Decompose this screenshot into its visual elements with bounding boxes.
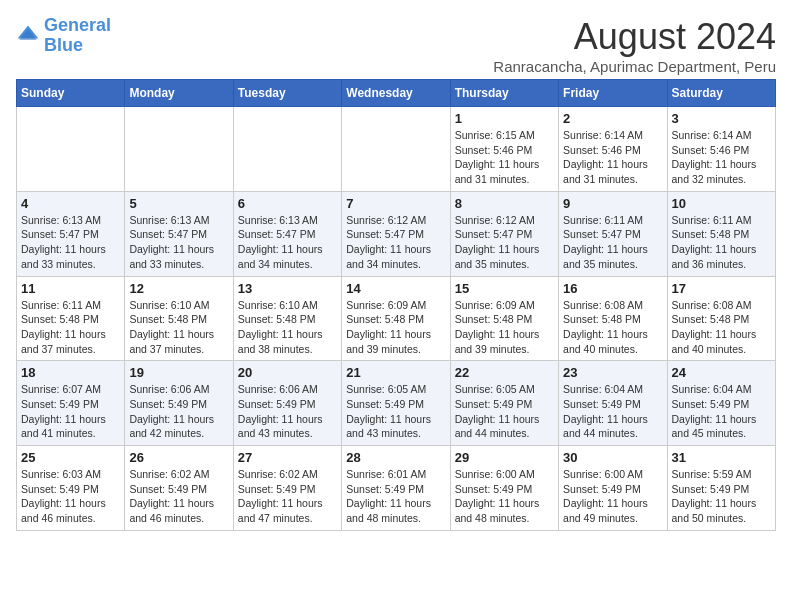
calendar-week-row: 18Sunrise: 6:07 AMSunset: 5:49 PMDayligh…	[17, 361, 776, 446]
day-info: Sunrise: 6:06 AMSunset: 5:49 PMDaylight:…	[129, 382, 228, 441]
calendar-cell: 6Sunrise: 6:13 AMSunset: 5:47 PMDaylight…	[233, 191, 341, 276]
day-number: 11	[21, 281, 120, 296]
calendar-cell: 27Sunrise: 6:02 AMSunset: 5:49 PMDayligh…	[233, 446, 341, 531]
day-info: Sunrise: 6:12 AMSunset: 5:47 PMDaylight:…	[455, 213, 554, 272]
calendar-cell: 1Sunrise: 6:15 AMSunset: 5:46 PMDaylight…	[450, 107, 558, 192]
header: General Blue August 2024 Ranracancha, Ap…	[16, 16, 776, 75]
day-number: 23	[563, 365, 662, 380]
calendar-cell: 8Sunrise: 6:12 AMSunset: 5:47 PMDaylight…	[450, 191, 558, 276]
calendar-cell: 7Sunrise: 6:12 AMSunset: 5:47 PMDaylight…	[342, 191, 450, 276]
day-info: Sunrise: 5:59 AMSunset: 5:49 PMDaylight:…	[672, 467, 771, 526]
day-info: Sunrise: 6:12 AMSunset: 5:47 PMDaylight:…	[346, 213, 445, 272]
calendar-week-row: 4Sunrise: 6:13 AMSunset: 5:47 PMDaylight…	[17, 191, 776, 276]
day-info: Sunrise: 6:11 AMSunset: 5:48 PMDaylight:…	[672, 213, 771, 272]
calendar-cell: 30Sunrise: 6:00 AMSunset: 5:49 PMDayligh…	[559, 446, 667, 531]
title-area: August 2024 Ranracancha, Apurimac Depart…	[493, 16, 776, 75]
day-number: 17	[672, 281, 771, 296]
day-number: 8	[455, 196, 554, 211]
day-info: Sunrise: 6:11 AMSunset: 5:47 PMDaylight:…	[563, 213, 662, 272]
day-number: 3	[672, 111, 771, 126]
calendar-cell: 11Sunrise: 6:11 AMSunset: 5:48 PMDayligh…	[17, 276, 125, 361]
day-number: 2	[563, 111, 662, 126]
day-info: Sunrise: 6:14 AMSunset: 5:46 PMDaylight:…	[672, 128, 771, 187]
calendar-cell: 9Sunrise: 6:11 AMSunset: 5:47 PMDaylight…	[559, 191, 667, 276]
weekday-header: Tuesday	[233, 80, 341, 107]
calendar-cell: 5Sunrise: 6:13 AMSunset: 5:47 PMDaylight…	[125, 191, 233, 276]
day-number: 6	[238, 196, 337, 211]
weekday-header: Friday	[559, 80, 667, 107]
day-info: Sunrise: 6:13 AMSunset: 5:47 PMDaylight:…	[129, 213, 228, 272]
calendar-cell: 2Sunrise: 6:14 AMSunset: 5:46 PMDaylight…	[559, 107, 667, 192]
day-info: Sunrise: 6:05 AMSunset: 5:49 PMDaylight:…	[346, 382, 445, 441]
calendar-cell: 16Sunrise: 6:08 AMSunset: 5:48 PMDayligh…	[559, 276, 667, 361]
day-number: 7	[346, 196, 445, 211]
calendar-cell	[17, 107, 125, 192]
day-info: Sunrise: 6:05 AMSunset: 5:49 PMDaylight:…	[455, 382, 554, 441]
weekday-header: Saturday	[667, 80, 775, 107]
calendar-cell: 13Sunrise: 6:10 AMSunset: 5:48 PMDayligh…	[233, 276, 341, 361]
day-number: 16	[563, 281, 662, 296]
day-number: 1	[455, 111, 554, 126]
day-info: Sunrise: 6:01 AMSunset: 5:49 PMDaylight:…	[346, 467, 445, 526]
weekday-header-row: SundayMondayTuesdayWednesdayThursdayFrid…	[17, 80, 776, 107]
day-info: Sunrise: 6:09 AMSunset: 5:48 PMDaylight:…	[455, 298, 554, 357]
day-info: Sunrise: 6:00 AMSunset: 5:49 PMDaylight:…	[455, 467, 554, 526]
logo-blue: Blue	[44, 36, 111, 56]
calendar-cell: 24Sunrise: 6:04 AMSunset: 5:49 PMDayligh…	[667, 361, 775, 446]
day-info: Sunrise: 6:11 AMSunset: 5:48 PMDaylight:…	[21, 298, 120, 357]
day-info: Sunrise: 6:03 AMSunset: 5:49 PMDaylight:…	[21, 467, 120, 526]
logo-text: General Blue	[44, 16, 111, 56]
main-title: August 2024	[493, 16, 776, 58]
calendar-cell: 20Sunrise: 6:06 AMSunset: 5:49 PMDayligh…	[233, 361, 341, 446]
subtitle: Ranracancha, Apurimac Department, Peru	[493, 58, 776, 75]
calendar-week-row: 11Sunrise: 6:11 AMSunset: 5:48 PMDayligh…	[17, 276, 776, 361]
day-number: 26	[129, 450, 228, 465]
calendar-cell: 14Sunrise: 6:09 AMSunset: 5:48 PMDayligh…	[342, 276, 450, 361]
calendar-cell: 25Sunrise: 6:03 AMSunset: 5:49 PMDayligh…	[17, 446, 125, 531]
day-info: Sunrise: 6:10 AMSunset: 5:48 PMDaylight:…	[129, 298, 228, 357]
day-number: 30	[563, 450, 662, 465]
day-number: 15	[455, 281, 554, 296]
day-info: Sunrise: 6:14 AMSunset: 5:46 PMDaylight:…	[563, 128, 662, 187]
logo: General Blue	[16, 16, 111, 56]
calendar-cell: 21Sunrise: 6:05 AMSunset: 5:49 PMDayligh…	[342, 361, 450, 446]
day-info: Sunrise: 6:08 AMSunset: 5:48 PMDaylight:…	[672, 298, 771, 357]
day-number: 31	[672, 450, 771, 465]
weekday-header: Wednesday	[342, 80, 450, 107]
day-number: 13	[238, 281, 337, 296]
day-info: Sunrise: 6:10 AMSunset: 5:48 PMDaylight:…	[238, 298, 337, 357]
day-number: 18	[21, 365, 120, 380]
weekday-header: Sunday	[17, 80, 125, 107]
calendar-cell: 29Sunrise: 6:00 AMSunset: 5:49 PMDayligh…	[450, 446, 558, 531]
day-info: Sunrise: 6:02 AMSunset: 5:49 PMDaylight:…	[238, 467, 337, 526]
calendar-cell: 10Sunrise: 6:11 AMSunset: 5:48 PMDayligh…	[667, 191, 775, 276]
calendar-cell: 28Sunrise: 6:01 AMSunset: 5:49 PMDayligh…	[342, 446, 450, 531]
calendar-cell	[233, 107, 341, 192]
day-info: Sunrise: 6:07 AMSunset: 5:49 PMDaylight:…	[21, 382, 120, 441]
calendar-cell: 17Sunrise: 6:08 AMSunset: 5:48 PMDayligh…	[667, 276, 775, 361]
logo-general: General	[44, 15, 111, 35]
calendar-cell: 4Sunrise: 6:13 AMSunset: 5:47 PMDaylight…	[17, 191, 125, 276]
weekday-header: Thursday	[450, 80, 558, 107]
day-number: 19	[129, 365, 228, 380]
day-info: Sunrise: 6:04 AMSunset: 5:49 PMDaylight:…	[563, 382, 662, 441]
calendar-cell: 12Sunrise: 6:10 AMSunset: 5:48 PMDayligh…	[125, 276, 233, 361]
day-info: Sunrise: 6:13 AMSunset: 5:47 PMDaylight:…	[21, 213, 120, 272]
day-info: Sunrise: 6:08 AMSunset: 5:48 PMDaylight:…	[563, 298, 662, 357]
calendar-cell: 31Sunrise: 5:59 AMSunset: 5:49 PMDayligh…	[667, 446, 775, 531]
day-number: 25	[21, 450, 120, 465]
day-number: 20	[238, 365, 337, 380]
day-number: 10	[672, 196, 771, 211]
day-info: Sunrise: 6:13 AMSunset: 5:47 PMDaylight:…	[238, 213, 337, 272]
day-info: Sunrise: 6:09 AMSunset: 5:48 PMDaylight:…	[346, 298, 445, 357]
day-info: Sunrise: 6:04 AMSunset: 5:49 PMDaylight:…	[672, 382, 771, 441]
day-number: 5	[129, 196, 228, 211]
calendar-week-row: 25Sunrise: 6:03 AMSunset: 5:49 PMDayligh…	[17, 446, 776, 531]
day-number: 9	[563, 196, 662, 211]
calendar-cell	[342, 107, 450, 192]
calendar-cell: 15Sunrise: 6:09 AMSunset: 5:48 PMDayligh…	[450, 276, 558, 361]
logo-icon	[16, 24, 40, 48]
day-info: Sunrise: 6:06 AMSunset: 5:49 PMDaylight:…	[238, 382, 337, 441]
day-info: Sunrise: 6:02 AMSunset: 5:49 PMDaylight:…	[129, 467, 228, 526]
calendar-cell: 19Sunrise: 6:06 AMSunset: 5:49 PMDayligh…	[125, 361, 233, 446]
